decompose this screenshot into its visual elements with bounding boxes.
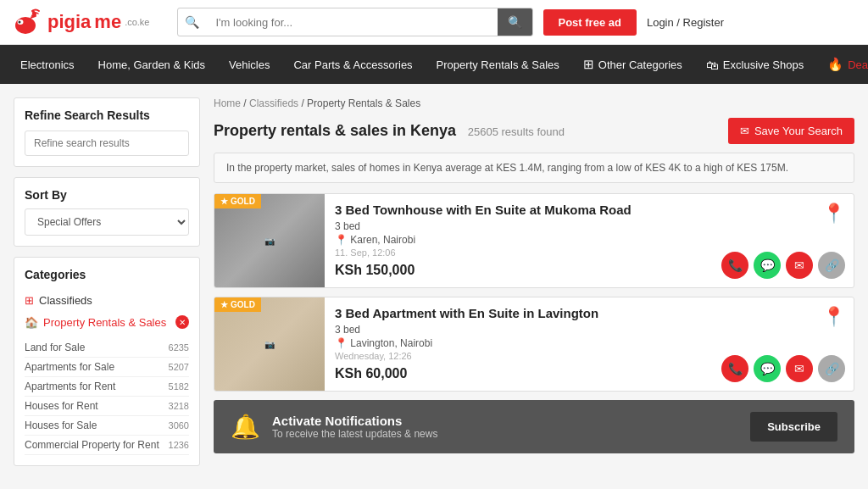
link-button-2[interactable]: 🔗: [818, 355, 845, 382]
gold-badge-label-2: GOLD: [231, 300, 255, 309]
listing-image-1: ★ GOLD 📷: [214, 194, 325, 287]
save-search-button[interactable]: ✉ Save Your Search: [728, 118, 854, 144]
nav-item-electronics[interactable]: Electronics: [8, 47, 86, 83]
classifieds-grid-icon: ⊞: [25, 294, 34, 307]
listing-price-1: KSh 150,000: [335, 263, 703, 278]
breadcrumb: Home / Classifieds / Property Rentals & …: [214, 97, 854, 109]
search-icon: 🔍: [178, 15, 206, 29]
category-classifieds[interactable]: ⊞ Classifieds: [25, 290, 189, 311]
listing-title-2[interactable]: 3 Bed Apartment with En Suite in Lavingt…: [335, 306, 703, 320]
sub-cat-commercial[interactable]: Commercial Property for Rent 1236: [25, 436, 189, 455]
listing-location-2: 📍 Lavington, Nairobi: [335, 337, 703, 349]
listing-right-1: 📍 📞 💬 ✉ 🔗: [713, 194, 854, 287]
subscribe-button[interactable]: Subscribe: [750, 412, 837, 442]
listing-beds-2: 3 bed: [335, 324, 703, 336]
listing-location-1: 📍 Karen, Nairobi: [335, 234, 703, 246]
sub-cat-apts-sale-label: Apartments for Sale: [25, 361, 114, 373]
sub-cat-houses-sale-label: Houses for Sale: [25, 420, 97, 431]
sub-cat-land-label: Land for Sale: [25, 342, 85, 353]
refine-input[interactable]: [25, 131, 189, 156]
listing-right-2: 📍 📞 💬 ✉ 🔗: [713, 297, 854, 391]
save-pin-icon-1[interactable]: 📍: [822, 203, 845, 225]
svg-point-0: [15, 17, 36, 34]
results-header: Property rentals & sales in Kenya 25605 …: [214, 118, 854, 144]
gold-badge-label: GOLD: [231, 197, 255, 206]
save-pin-icon-2[interactable]: 📍: [822, 306, 845, 328]
action-buttons-1: 📞 💬 ✉ 🔗: [721, 252, 845, 279]
refine-section: Refine Search Results: [14, 97, 200, 167]
sub-cat-houses-sale[interactable]: Houses for Sale 3060: [25, 416, 189, 436]
sub-cat-houses-rent[interactable]: Houses for Rent 3218: [25, 397, 189, 416]
nav-item-deals[interactable]: 🔥 Deals: [815, 45, 868, 84]
info-bar: In the property market, sales of homes i…: [214, 153, 854, 183]
listing-card-1: ★ GOLD 📷 3 Bed Townhouse with En Suite a…: [214, 193, 854, 288]
classifieds-label: Classifieds: [39, 294, 92, 307]
sub-cat-apts-rent[interactable]: Apartments for Rent 5182: [25, 377, 189, 397]
location-pin-icon-2: 📍: [335, 337, 348, 349]
gold-badge-2: ★ GOLD: [214, 297, 261, 312]
phone-button-1[interactable]: 📞: [721, 252, 748, 279]
logo-me: me: [94, 11, 121, 33]
listing-location-text-1: Karen, Nairobi: [350, 234, 415, 246]
notification-bell-icon: 🔔: [231, 413, 260, 441]
sub-cat-apts-rent-label: Apartments for Rent: [25, 381, 115, 392]
email-button-2[interactable]: ✉: [786, 355, 813, 382]
logo: pigiame.co.ke: [14, 7, 150, 37]
results-count: 25605 results found: [468, 125, 565, 138]
svg-point-2: [19, 21, 21, 24]
sub-cat-apts-rent-count: 5182: [169, 381, 189, 392]
sidebar: Refine Search Results Sort By Special Of…: [14, 97, 200, 466]
post-free-ad-button[interactable]: Post free ad: [543, 9, 637, 36]
listing-body-1: 3 Bed Townhouse with En Suite at Mukoma …: [325, 194, 713, 287]
action-buttons-2: 📞 💬 ✉ 🔗: [721, 355, 845, 382]
nav-item-vehicles[interactable]: Vehicles: [217, 47, 281, 83]
results-title-block: Property rentals & sales in Kenya 25605 …: [214, 122, 565, 140]
sub-cat-apts-sale-count: 5207: [169, 362, 189, 372]
categories-title: Categories: [25, 268, 189, 281]
search-submit-icon: 🔍: [508, 15, 522, 29]
email-button-1[interactable]: ✉: [786, 252, 813, 279]
nav-item-property[interactable]: Property Rentals & Sales: [425, 47, 571, 83]
sub-cat-land[interactable]: Land for Sale 6235: [25, 338, 189, 358]
property-house-icon: 🏠: [25, 316, 38, 329]
sort-select[interactable]: Special Offers Newest Oldest Price Low-H…: [25, 208, 189, 236]
info-text: In the property market, sales of homes i…: [226, 162, 788, 174]
location-pin-icon-1: 📍: [335, 234, 348, 246]
login-register-link[interactable]: Login / Register: [647, 16, 724, 29]
nav-item-exclusive-shops[interactable]: 🛍 Exclusive Shops: [694, 46, 815, 84]
gold-badge-1: ★ GOLD: [214, 194, 261, 208]
phone-button-2[interactable]: 📞: [721, 355, 748, 382]
listing-image-2: ★ GOLD 📷: [214, 297, 325, 391]
content-area: Home / Classifieds / Property Rentals & …: [214, 97, 854, 466]
breadcrumb-home[interactable]: Home: [214, 97, 241, 109]
link-button-1[interactable]: 🔗: [818, 252, 845, 279]
logo-icon: [14, 7, 44, 37]
sub-cat-houses-rent-label: Houses for Rent: [25, 400, 98, 412]
sub-categories-list: Land for Sale 6235 Apartments for Sale 5…: [25, 338, 189, 455]
listing-date-1: 11. Sep, 12:06: [335, 247, 703, 258]
breadcrumb-classifieds[interactable]: Classifieds: [249, 97, 298, 109]
notification-subtitle: To receive the latest updates & news: [272, 428, 437, 440]
listing-title-1[interactable]: 3 Bed Townhouse with En Suite at Mukoma …: [335, 203, 703, 217]
whatsapp-button-1[interactable]: 💬: [754, 252, 781, 279]
save-search-icon: ✉: [740, 125, 749, 137]
listing-beds-1: 3 bed: [335, 220, 703, 232]
shop-icon: 🛍: [706, 58, 719, 72]
search-input[interactable]: [206, 9, 498, 36]
listing-body-2: 3 Bed Apartment with En Suite in Lavingt…: [325, 297, 713, 391]
sub-cat-houses-rent-count: 3218: [169, 401, 189, 411]
save-search-label: Save Your Search: [754, 125, 843, 137]
page-title: Property rentals & sales in Kenya: [214, 122, 456, 139]
nav-item-other-categories[interactable]: ⊞ Other Categories: [571, 45, 694, 84]
notification-title: Activate Notifications: [272, 414, 437, 428]
navigation: Electronics Home, Garden & Kids Vehicles…: [0, 45, 868, 84]
notification-text: Activate Notifications To receive the la…: [272, 414, 437, 440]
category-property[interactable]: 🏠 Property Rentals & Sales ✕: [25, 311, 189, 333]
whatsapp-button-2[interactable]: 💬: [754, 355, 781, 382]
remove-category-button[interactable]: ✕: [175, 315, 189, 329]
search-submit-button[interactable]: 🔍: [498, 8, 532, 36]
sub-cat-apts-sale[interactable]: Apartments for Sale 5207: [25, 358, 189, 377]
listing-location-text-2: Lavington, Nairobi: [350, 337, 432, 349]
nav-item-home-garden[interactable]: Home, Garden & Kids: [86, 47, 217, 83]
nav-item-car-parts[interactable]: Car Parts & Accessories: [281, 47, 424, 83]
